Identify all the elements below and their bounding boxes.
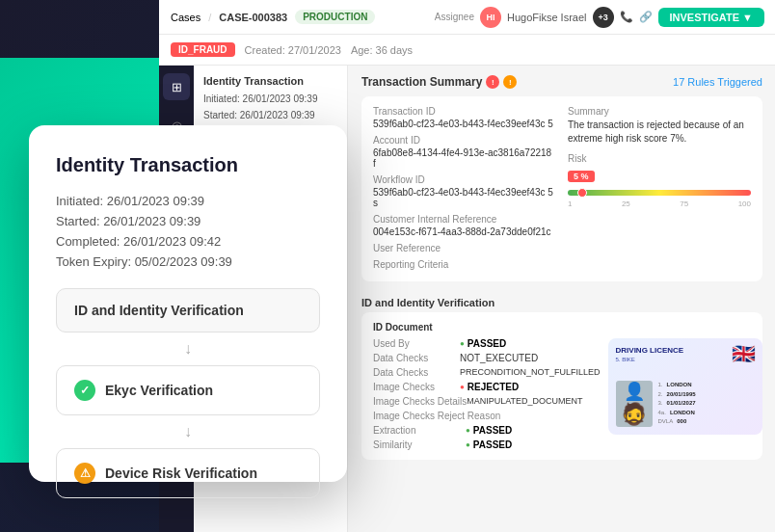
reporting-label: Reporting Criteria (373, 259, 556, 270)
account-id-label: Account ID (373, 135, 556, 146)
step-id-verification[interactable]: ID and Identity Verification (56, 288, 320, 332)
assignee-label: Assignee (435, 12, 474, 22)
rules-triggered-link[interactable]: 17 Rules Triggered (673, 76, 762, 88)
breadcrumb-cases: Cases (171, 12, 200, 23)
id-verification-header: ID and Identity Verification (361, 289, 762, 312)
transaction-summary-label: Transaction Summary (361, 75, 482, 89)
initiated-label: Initiated: (203, 93, 240, 104)
license-field-4b: DVLA 000 (658, 417, 755, 427)
risk-value: 5 (574, 172, 578, 181)
device-risk-status-icon: ⚠ (74, 463, 95, 484)
license-field-1: 1. LONDON (658, 381, 755, 390)
step1-label: ID and Identity Verification (74, 303, 244, 318)
fraud-type-badge: ID_FRAUD (171, 42, 235, 57)
similarity-label: Similarity (373, 439, 460, 450)
risk-value-badge: 5 % (568, 171, 595, 182)
customer-ref-label: Customer Internal Reference (373, 214, 556, 225)
data-checks2-value: PRECONDITION_NOT_FULFILLED (460, 367, 601, 377)
field-initiated: Initiated: 26/01/2023 09:39 (203, 93, 337, 106)
step-device-risk[interactable]: ⚠ Device Risk Verification (56, 448, 320, 498)
license-field-3: 3. 01/01/2027 (658, 399, 755, 409)
account-id-value: 6fab08e8-4134-4fe4-913e-ac3816a72218 f (373, 147, 556, 169)
initiated-field: Initiated: 26/01/2023 09:39 (56, 194, 320, 208)
image-reject-field: Image Checks Reject Reason (373, 411, 601, 421)
used-by-status: PASSED (460, 338, 506, 349)
used-by-label: Used By (373, 338, 460, 349)
top-bar: Cases / CASE-000383 PRODUCTION Assignee … (159, 0, 775, 35)
risk-bar-container: 1 25 75 100 (568, 190, 751, 208)
image-checks-status: REJECTED (460, 382, 519, 392)
image-checks-label: Image Checks (373, 382, 460, 392)
step3-label: Device Risk Verification (105, 466, 257, 481)
summary-text-value: The transaction is rejected because of a… (568, 119, 751, 146)
error-icon: ! (486, 75, 499, 89)
breadcrumb-separator: / (208, 12, 211, 23)
started-label: Started: (203, 110, 237, 120)
left-card-title: Identity Transaction (56, 154, 320, 176)
similarity-status: PASSED (466, 439, 512, 450)
summary-title: Transaction Summary ! ! (361, 75, 517, 89)
id-document-title: ID Document (373, 322, 751, 332)
ekyc-status-icon: ✓ (74, 380, 95, 401)
data-checks-value: NOT_EXECUTED (460, 353, 538, 363)
similarity-row: Similarity PASSED (373, 439, 601, 450)
license-photo: 👤 🧔 (616, 381, 653, 427)
step2-label: Ekyc Verification (105, 383, 213, 398)
token-expiry-field: Token Expiry: 05/02/2023 09:39 (56, 254, 320, 269)
image-checks-details-value: MANIPULATED_DOCUMENT (467, 396, 582, 406)
risk-max: 100 (738, 200, 751, 208)
left-floating-card: Identity Transaction Initiated: 26/01/20… (29, 125, 347, 482)
case-id-label[interactable]: CASE-000383 (219, 12, 287, 23)
data-checks2-field: Data Checks PRECONDITION_NOT_FULFILLED (373, 367, 601, 378)
data-checks-field: Data Checks NOT_EXECUTED (373, 353, 601, 363)
assignee-name: HugoFikse Israel (507, 12, 587, 23)
risk-75: 75 (680, 200, 688, 208)
extra-assignees-count: +3 (593, 7, 614, 28)
customer-ref-value: 004e153c-f671-4aa3-888d-2a73dde0f21c (373, 226, 556, 237)
risk-25: 25 (622, 200, 630, 208)
transaction-details-card: Transaction ID 539f6ab0-cf23-4e03-b443-f… (361, 96, 762, 281)
investigate-button[interactable]: INVESTIGATE ▼ (658, 8, 764, 27)
transaction-details-grid: Transaction ID 539f6ab0-cf23-4e03-b443-f… (373, 106, 751, 272)
uk-flag-icon: 🇬🇧 (732, 346, 755, 361)
image-checks-details-field: Image Checks Details MANIPULATED_DOCUMEN… (373, 396, 601, 407)
risk-labels: 1 25 75 100 (568, 200, 751, 208)
id-doc-grid: Used By PASSED Data Checks NOT_EXECUTED … (373, 338, 751, 450)
production-status-badge: PRODUCTION (295, 10, 375, 24)
extraction-label: Extraction (373, 425, 460, 436)
license-fields: 1. LONDON 2. 20/01/1995 3. 01/01/2027 (658, 381, 755, 427)
created-label: Created: 27/01/2023 (245, 44, 341, 56)
extraction-status: PASSED (466, 425, 512, 436)
risk-percent: % (581, 172, 589, 181)
transaction-id-section: Transaction ID 539f6ab0-cf23-4e03-b443-f… (373, 106, 556, 272)
started-field: Started: 26/01/2023 09:39 (56, 214, 320, 228)
risk-min: 1 (568, 200, 572, 208)
doc-fields-left: Used By PASSED Data Checks NOT_EXECUTED … (373, 338, 601, 450)
data-checks-label: Data Checks (373, 353, 460, 363)
share-icon[interactable]: 🔗 (639, 11, 653, 23)
left-section-title: Identity Transaction (203, 75, 337, 87)
data-checks2-label: Data Checks (373, 367, 460, 378)
started-value: 26/01/2023 09:39 (240, 110, 315, 120)
image-reject-label: Image Checks Reject Reason (373, 411, 500, 421)
license-card-container: DRIVING LICENCE 5. BIKE 🇬🇧 👤 🧔 (608, 338, 762, 450)
assignee-avatar: HI (480, 7, 501, 28)
risk-bar (568, 190, 751, 196)
transaction-id-label: Transaction ID (373, 106, 556, 117)
image-checks-field: Image Checks REJECTED (373, 382, 601, 392)
sidebar-icon-home[interactable]: ⊞ (163, 73, 190, 100)
workflow-id-value: 539f6ab0-cf23-4e03-b443-f4ec39eef43c 5s (373, 187, 556, 208)
summary-risk-section: Summary The transaction is rejected beca… (568, 106, 751, 272)
used-by-field: Used By PASSED (373, 338, 601, 349)
risk-label: Risk (568, 153, 751, 164)
extraction-row: Extraction PASSED (373, 425, 601, 436)
assignee-section: Assignee HI HugoFikse Israel +3 📞 🔗 INVE… (435, 7, 764, 28)
id-document-card: ID Document Used By PASSED Data Checks N… (361, 312, 762, 460)
completed-field: Completed: 26/01/2023 09:42 (56, 234, 320, 249)
risk-indicator (577, 188, 587, 198)
transaction-id-value: 539f6ab0-cf23-4e03-b443-f4ec39eef43c 5 (373, 119, 556, 129)
step-ekyc[interactable]: ✓ Ekyc Verification (56, 365, 320, 415)
arrow-down-icon: ↓ (56, 340, 320, 358)
phone-icon[interactable]: 📞 (620, 11, 633, 23)
warning-icon: ! (503, 75, 517, 89)
